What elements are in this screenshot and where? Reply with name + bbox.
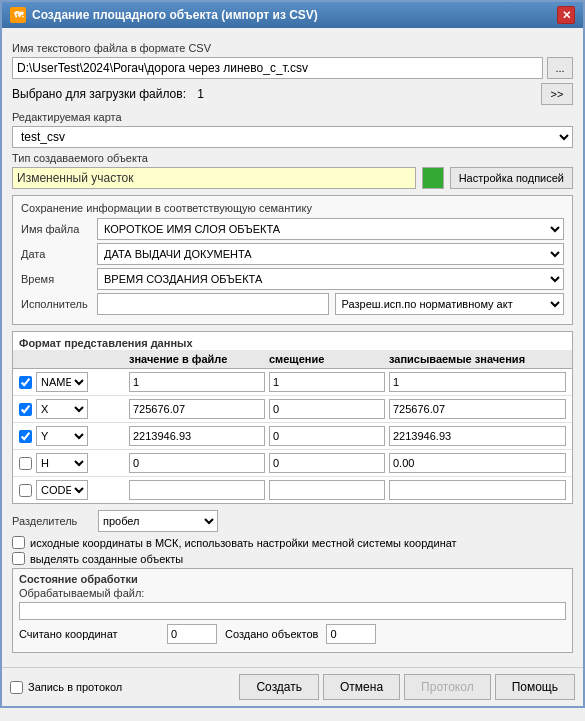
format-header-col1 (17, 352, 127, 366)
main-window: 🗺 Создание площадного объекта (импорт из… (0, 0, 585, 708)
format-field-select-1[interactable]: X (36, 399, 88, 419)
semantic-row-3: Исполнитель Разреш.исп.по нормативному а… (21, 293, 564, 315)
arrow-button[interactable]: >> (541, 83, 573, 105)
semantic-select-2[interactable]: ВРЕМЯ СОЗДАНИЯ ОБЪЕКТА (97, 268, 564, 290)
semantic-select-1[interactable]: ДАТА ВЫДАЧИ ДОКУМЕНТА (97, 243, 564, 265)
files-count-value: 1 (197, 87, 204, 101)
format-file-val-4 (127, 479, 267, 501)
format-field-select-3[interactable]: H (36, 453, 88, 473)
format-field-select-2[interactable]: Y (36, 426, 88, 446)
format-recorded-input-1[interactable] (389, 399, 566, 419)
format-file-input-1[interactable] (129, 399, 265, 419)
format-row-0: NAME (13, 369, 572, 396)
format-file-input-2[interactable] (129, 426, 265, 446)
format-header-col3: смещение (267, 352, 387, 366)
semantic-group-label: Сохранение информации в соответствующую … (21, 202, 564, 214)
protocol-check-label: Запись в протокол (28, 681, 122, 693)
format-check-4[interactable] (19, 484, 32, 497)
format-check-2[interactable] (19, 430, 32, 443)
format-col-left-4: CODE (17, 479, 127, 501)
format-recorded-3 (387, 452, 568, 474)
semantic-select-3[interactable]: Разреш.исп.по нормативному акт (335, 293, 565, 315)
format-file-input-0[interactable] (129, 372, 265, 392)
format-field-select-0[interactable]: NAME (36, 372, 88, 392)
semantic-input-3[interactable] (97, 293, 329, 315)
help-button[interactable]: Помощь (495, 674, 575, 700)
create-button[interactable]: Создать (239, 674, 319, 700)
format-col-left-3: H (17, 452, 127, 474)
format-check-0[interactable] (19, 376, 32, 389)
format-col-left-0: NAME (17, 371, 127, 393)
format-recorded-input-0[interactable] (389, 372, 566, 392)
format-offset-0 (267, 371, 387, 393)
objects-count-input (326, 624, 376, 644)
color-indicator (422, 167, 444, 189)
close-button[interactable]: ✕ (557, 6, 575, 24)
window-title: Создание площадного объекта (импорт из C… (32, 8, 318, 22)
files-count-label: Выбрано для загрузки файлов: (12, 87, 186, 101)
map-select[interactable]: test_csv (12, 126, 573, 148)
format-col-left-2: Y (17, 425, 127, 447)
format-offset-input-4[interactable] (269, 480, 385, 500)
coords-option-check[interactable] (12, 536, 25, 549)
protocol-check[interactable] (10, 681, 23, 694)
format-recorded-input-4[interactable] (389, 480, 566, 500)
format-box: Формат представления данных значение в ф… (12, 331, 573, 504)
format-offset-3 (267, 452, 387, 474)
format-row-2: Y (13, 423, 572, 450)
object-type-row: Настройка подписей (12, 167, 573, 189)
bottom-bar: Запись в протокол Создать Отмена Протоко… (2, 667, 583, 706)
format-offset-input-2[interactable] (269, 426, 385, 446)
format-recorded-4 (387, 479, 568, 501)
format-row-3: H (13, 450, 572, 477)
format-offset-input-3[interactable] (269, 453, 385, 473)
format-file-val-2 (127, 425, 267, 447)
semantic-select-0[interactable]: КОРОТКОЕ ИМЯ СЛОЯ ОБЪЕКТА (97, 218, 564, 240)
separator-select[interactable]: пробел (98, 510, 218, 532)
format-header: значение в файле смещение записываемые з… (13, 350, 572, 369)
status-box: Состояние обработки Обрабатываемый файл:… (12, 568, 573, 653)
format-row-1: X (13, 396, 572, 423)
coords-option-label: исходные координаты в МСК, использовать … (30, 537, 457, 549)
format-check-3[interactable] (19, 457, 32, 470)
format-title: Формат представления данных (19, 337, 193, 349)
format-recorded-input-3[interactable] (389, 453, 566, 473)
browse-button[interactable]: ... (547, 57, 573, 79)
format-recorded-2 (387, 425, 568, 447)
semantic-row-2: Время ВРЕМЯ СОЗДАНИЯ ОБЪЕКТА (21, 268, 564, 290)
format-recorded-0 (387, 371, 568, 393)
titlebar: 🗺 Создание площадного объекта (импорт из… (2, 2, 583, 28)
status-file-label: Обрабатываемый файл: (19, 587, 566, 599)
format-header-col2: значение в файле (127, 352, 267, 366)
map-section-label: Редактируемая карта (12, 111, 573, 123)
settings-button[interactable]: Настройка подписей (450, 167, 573, 189)
semantic-key-3: Исполнитель (21, 298, 91, 310)
count-row: Считано координат Создано объектов (19, 624, 566, 644)
format-row-4: CODE (13, 477, 572, 503)
format-offset-input-1[interactable] (269, 399, 385, 419)
format-field-select-4[interactable]: CODE (36, 480, 88, 500)
protocol-button[interactable]: Протокол (404, 674, 491, 700)
object-type-label: Тип создаваемого объекта (12, 152, 573, 164)
format-file-input-3[interactable] (129, 453, 265, 473)
file-input[interactable] (12, 57, 543, 79)
file-input-row: ... (12, 57, 573, 79)
status-title: Состояние обработки (19, 573, 566, 585)
format-file-input-4[interactable] (129, 480, 265, 500)
object-type-input[interactable] (12, 167, 416, 189)
cancel-button[interactable]: Отмена (323, 674, 400, 700)
files-count-row: Выбрано для загрузки файлов: 1 >> (12, 83, 573, 105)
highlight-option-label: выделять созданные объекты (30, 553, 183, 565)
format-recorded-input-2[interactable] (389, 426, 566, 446)
format-file-val-0 (127, 371, 267, 393)
coords-count-input (167, 624, 217, 644)
semantic-row-0: Имя файла КОРОТКОЕ ИМЯ СЛОЯ ОБЪЕКТА (21, 218, 564, 240)
highlight-option-check[interactable] (12, 552, 25, 565)
separator-label: Разделитель (12, 515, 92, 527)
map-input-row: test_csv (12, 126, 573, 148)
semantic-key-1: Дата (21, 248, 91, 260)
format-check-1[interactable] (19, 403, 32, 416)
format-offset-2 (267, 425, 387, 447)
coords-option-row: исходные координаты в МСК, использовать … (12, 536, 573, 549)
format-offset-input-0[interactable] (269, 372, 385, 392)
